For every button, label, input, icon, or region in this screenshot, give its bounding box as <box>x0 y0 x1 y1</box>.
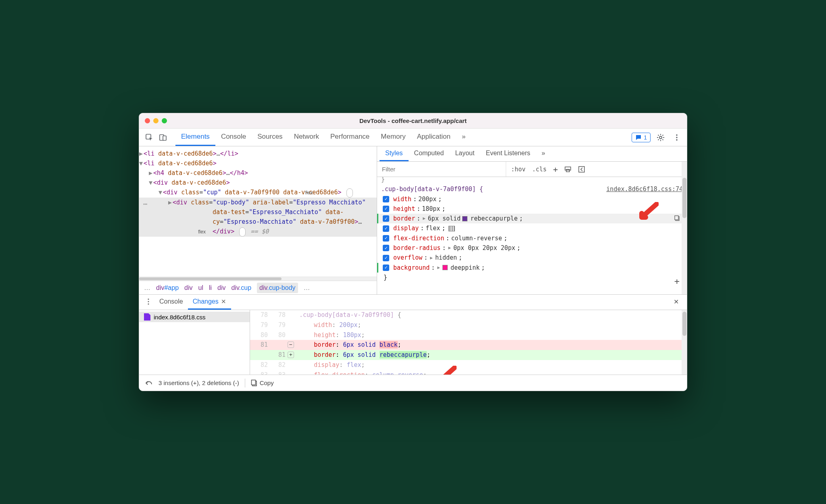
dom-node[interactable]: ▶<h4 data-v-ced68de6>…</h4> <box>139 168 377 178</box>
styles-tab-computed[interactable]: Computed <box>409 146 450 161</box>
color-swatch-icon[interactable] <box>442 265 448 270</box>
drawer-tabs: Console Changes✕ ✕ <box>139 295 687 310</box>
crumb-item[interactable]: div#app <box>156 284 179 292</box>
dom-node[interactable]: ▼<li data-v-ced68de6> <box>139 158 377 168</box>
elements-pane: ▶<li data-v-ced68de6>…</li> ▼<li data-v-… <box>139 146 377 294</box>
changed-file-item[interactable]: index.8d6c6f18.css <box>139 312 250 322</box>
source-link[interactable]: index.8d6c6f18.css:74 <box>606 184 683 194</box>
prop-toggle[interactable] <box>383 206 389 212</box>
minimize-window-icon[interactable] <box>153 118 159 123</box>
dom-node[interactable]: ▶<li data-v-ced68de6>…</li> <box>139 149 377 158</box>
vertical-scrollbar[interactable] <box>682 162 687 294</box>
svg-point-14 <box>148 303 149 304</box>
node-actions-icon[interactable]: ⋯ <box>143 198 148 210</box>
prop-toggle[interactable] <box>383 196 389 202</box>
styles-rules[interactable]: } .cup-body[data-v-7a0f9f00] { index.8d6… <box>377 177 687 294</box>
vertical-scrollbar[interactable] <box>682 310 687 375</box>
print-media-icon[interactable] <box>563 166 573 173</box>
svg-point-12 <box>148 298 149 300</box>
prop-row[interactable]: width: 200px; <box>381 194 683 204</box>
prop-row[interactable]: display: flex; <box>381 223 683 233</box>
crumb-item[interactable]: li <box>209 284 212 292</box>
new-style-rule-icon[interactable]: + <box>551 165 559 174</box>
prop-toggle[interactable] <box>383 245 389 251</box>
settings-icon[interactable] <box>655 131 667 144</box>
hov-button[interactable]: :hov <box>509 166 527 173</box>
tab-application[interactable]: Application <box>411 129 456 146</box>
crumb-item[interactable]: ul <box>198 284 203 292</box>
prop-row[interactable]: background:▶deeppink; <box>377 263 683 273</box>
changes-files-pane: index.8d6c6f18.css <box>139 310 250 375</box>
css-file-icon <box>144 313 150 321</box>
styles-tabs-overflow-icon[interactable]: » <box>536 146 551 161</box>
svg-rect-8 <box>566 169 569 172</box>
traffic-lights <box>145 118 167 123</box>
dom-node[interactable]: ▼<div data-v-ced68de6> <box>139 178 377 187</box>
prop-row-border[interactable]: border:▶6px solid rebeccapurple; <box>377 214 683 223</box>
titlebar: DevTools - coffee-cart.netlify.app/cart <box>139 113 687 129</box>
cls-button[interactable]: .cls <box>530 166 548 173</box>
window-title: DevTools - coffee-cart.netlify.app/cart <box>139 117 687 124</box>
flex-editor-icon[interactable] <box>448 226 455 231</box>
prop-row[interactable]: border-radius:▶0px 0px 20px 20px; <box>381 243 683 253</box>
diff-pane[interactable]: 7878.cup-body[data-v-7a0f9f00] { 7979 wi… <box>250 310 687 375</box>
styles-filter-input[interactable] <box>377 162 506 177</box>
tab-network[interactable]: Network <box>288 129 325 146</box>
drawer: Console Changes✕ ✕ index.8d6c6f18.css 78… <box>139 295 687 391</box>
prop-row[interactable]: flex-direction: column-reverse; <box>381 233 683 243</box>
svg-point-3 <box>659 136 662 139</box>
drawer-tab-changes[interactable]: Changes✕ <box>188 295 231 310</box>
kebab-icon[interactable] <box>671 131 683 144</box>
tab-sources[interactable]: Sources <box>252 129 288 146</box>
tab-memory[interactable]: Memory <box>375 129 411 146</box>
drawer-tab-console[interactable]: Console <box>154 295 188 310</box>
device-toggle-icon[interactable] <box>157 131 169 144</box>
prop-toggle[interactable] <box>383 215 389 222</box>
maximize-window-icon[interactable] <box>162 118 167 123</box>
tab-console[interactable]: Console <box>215 129 252 146</box>
issues-chip[interactable]: 1 <box>632 133 651 142</box>
prop-toggle[interactable] <box>383 235 389 242</box>
add-rule-icon[interactable]: + <box>674 274 680 289</box>
tabs-overflow-icon[interactable]: » <box>456 129 471 146</box>
annotation-arrow-icon <box>436 366 457 375</box>
tab-elements[interactable]: Elements <box>175 129 215 146</box>
styles-tabs: Styles Computed Layout Event Listeners » <box>377 146 687 162</box>
prop-toggle[interactable] <box>383 264 389 271</box>
close-window-icon[interactable] <box>145 118 150 123</box>
svg-point-13 <box>148 301 149 302</box>
close-drawer-icon[interactable]: ✕ <box>669 295 684 310</box>
styles-pane: Styles Computed Layout Event Listeners »… <box>377 146 687 294</box>
undo-icon[interactable] <box>145 379 153 387</box>
inspect-icon[interactable] <box>143 131 155 144</box>
drawer-kebab-icon[interactable] <box>142 295 154 310</box>
close-tab-icon[interactable]: ✕ <box>221 298 226 305</box>
horizontal-scrollbar[interactable] <box>139 277 377 281</box>
prop-row[interactable]: height: 180px; <box>381 204 683 214</box>
main-toolbar: Elements Console Sources Network Perform… <box>139 129 687 146</box>
tab-performance[interactable]: Performance <box>325 129 375 146</box>
prop-toggle[interactable] <box>383 255 389 261</box>
rule-selector-row: .cup-body[data-v-7a0f9f00] { index.8d6c6… <box>381 184 683 194</box>
chat-icon <box>635 134 642 141</box>
styles-tab-styles[interactable]: Styles <box>380 146 409 161</box>
copy-prop-icon[interactable] <box>674 215 680 221</box>
styles-tab-eventlisteners[interactable]: Event Listeners <box>480 146 536 161</box>
crumb-item[interactable]: div.cup <box>232 284 252 292</box>
styles-tab-layout[interactable]: Layout <box>449 146 480 161</box>
copy-changes-button[interactable]: Copy <box>251 379 274 387</box>
crumb-item-selected[interactable]: div.cup-body <box>257 283 298 293</box>
prop-row[interactable]: overflow:▶hidden; <box>381 253 683 262</box>
flex-badge[interactable]: flex <box>239 227 246 237</box>
prop-toggle[interactable] <box>383 225 389 232</box>
devtools-window: DevTools - coffee-cart.netlify.app/cart … <box>139 113 687 391</box>
dom-tree[interactable]: ▶<li data-v-ced68de6>…</li> ▼<li data-v-… <box>139 146 377 277</box>
toggle-css-pane-icon[interactable] <box>576 166 587 173</box>
dom-node-selected[interactable]: ▶<div class="cup-body" aria-label="Espre… <box>139 198 377 237</box>
color-swatch-icon[interactable] <box>462 216 467 221</box>
flex-badge[interactable]: flex <box>346 188 353 198</box>
changes-summary: 3 insertions (+), 2 deletions (-) <box>159 379 239 386</box>
crumb-item[interactable]: div <box>217 284 225 292</box>
dom-node[interactable]: ▼<div class="cup" data-v-7a0f9f00 data-v… <box>139 187 377 198</box>
crumb-item[interactable]: div <box>184 284 192 292</box>
